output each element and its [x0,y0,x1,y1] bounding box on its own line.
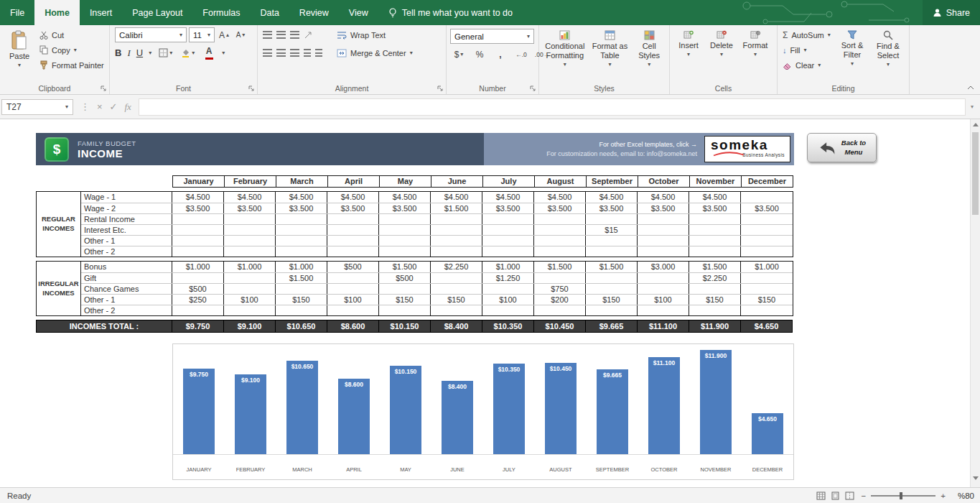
wrap-text-button[interactable]: Wrap Text [334,27,416,42]
chart-bar[interactable]: $10.350 [493,364,525,454]
clear-button[interactable]: Clear ▾ [780,57,834,73]
total-value-cell[interactable]: $9.750 [172,320,224,333]
month-header-cell[interactable]: September [586,175,638,188]
font-size-select[interactable]: 11 ▾ [189,27,215,42]
value-cell[interactable] [224,236,276,246]
value-cell[interactable] [689,284,741,294]
value-cell[interactable]: $1.500 [276,273,327,283]
worksheet[interactable]: $ FAMILY BUDGET INCOME For other Excel t… [0,119,980,487]
chart-bar[interactable]: $8.400 [442,381,473,454]
value-cell[interactable] [741,305,793,315]
chart-bar[interactable]: $11.900 [700,350,732,454]
tab-page-layout[interactable]: Page Layout [122,0,192,25]
decrease-indent-icon[interactable] [304,49,311,57]
value-cell[interactable]: $4.500 [327,192,379,203]
income-item-label[interactable]: Gift [81,273,172,283]
value-cell[interactable]: $3.500 [638,203,689,213]
income-item-label[interactable]: Interest Etc. [81,225,172,235]
total-value-cell[interactable]: $10.650 [276,320,327,333]
increase-indent-icon[interactable] [315,49,322,57]
value-cell[interactable]: $150 [689,295,741,305]
value-cell[interactable]: $750 [534,284,586,294]
scrollbar-thumb[interactable] [972,132,979,215]
value-cell[interactable]: $200 [534,295,586,305]
value-cell[interactable]: $3.500 [276,203,327,213]
tab-review[interactable]: Review [289,0,339,25]
value-cell[interactable] [534,273,586,283]
value-cell[interactable]: $500 [327,262,379,272]
accounting-format-button[interactable]: $▾ [452,47,466,62]
value-cell[interactable] [224,225,276,235]
value-cell[interactable] [638,246,689,257]
value-cell[interactable] [689,246,741,257]
tab-file[interactable]: File [0,0,34,25]
value-cell[interactable] [172,273,224,283]
income-item-label[interactable]: Chance Games [81,284,172,294]
comma-style-button[interactable]: , [493,47,508,62]
merge-center-button[interactable]: Merge & Center ▾ [334,45,416,60]
income-item-label[interactable]: Wage - 2 [81,203,172,213]
cell-styles-button[interactable]: Cell Styles ▾ [631,27,667,80]
value-cell[interactable]: $150 [586,295,638,305]
value-cell[interactable] [741,225,793,235]
zoom-out-button[interactable]: − [862,492,867,500]
align-center-icon[interactable] [276,49,286,57]
chart-bar[interactable]: $4.650 [752,413,783,454]
italic-button[interactable]: I [127,47,130,59]
month-header-cell[interactable]: April [327,175,380,188]
value-cell[interactable]: $3.500 [741,203,793,213]
scroll-up-arrow-icon[interactable] [973,123,979,126]
value-cell[interactable]: $100 [638,295,689,305]
value-cell[interactable]: $1.500 [534,262,586,272]
month-header-cell[interactable]: July [482,175,535,188]
underline-button[interactable]: U [136,47,143,58]
value-cell[interactable]: $500 [172,284,224,294]
value-cell[interactable] [638,225,689,235]
value-cell[interactable] [172,214,224,224]
value-cell[interactable]: $3.500 [224,203,276,213]
zoom-in-button[interactable]: + [941,492,946,500]
value-cell[interactable] [482,236,534,246]
increase-decimal-button[interactable]: ←.0 [514,47,528,62]
total-value-cell[interactable]: $10.150 [379,320,431,333]
normal-view-button[interactable] [816,492,826,500]
value-cell[interactable] [638,305,689,315]
value-cell[interactable]: $3.500 [586,203,638,213]
value-cell[interactable] [327,214,379,224]
value-cell[interactable] [431,236,482,246]
value-cell[interactable]: $3.500 [379,203,431,213]
value-cell[interactable] [741,214,793,224]
total-value-cell[interactable]: $11.100 [638,320,689,333]
share-button[interactable]: Share [923,0,980,25]
chart-bar[interactable]: $10.450 [545,363,577,454]
total-value-cell[interactable]: $10.450 [534,320,586,333]
number-dialog-launcher[interactable] [530,86,536,91]
month-header-cell[interactable]: January [172,175,225,188]
value-cell[interactable] [482,305,534,315]
value-cell[interactable] [172,246,224,257]
copy-button[interactable]: Copy ▾ [37,42,107,57]
income-item-label[interactable]: Other - 1 [81,236,172,246]
back-to-menu-button[interactable]: Back to Menu [807,133,877,162]
value-cell[interactable] [689,305,741,315]
income-item-label[interactable]: Rental Income [81,214,172,224]
value-cell[interactable] [327,225,379,235]
value-cell[interactable] [482,284,534,294]
income-item-label[interactable]: Other - 1 [81,295,172,305]
value-cell[interactable] [689,225,741,235]
autosum-button[interactable]: Σ AutoSum ▾ [780,27,834,42]
delete-cells-button[interactable]: Delete ▾ [705,27,738,80]
value-cell[interactable]: $1.250 [482,273,534,283]
value-cell[interactable] [276,214,327,224]
chart-bar[interactable]: $9.750 [183,369,215,454]
value-cell[interactable] [327,305,379,315]
value-cell[interactable] [586,305,638,315]
tab-insert[interactable]: Insert [80,0,122,25]
month-header-cell[interactable]: June [431,175,483,188]
cut-button[interactable]: Cut [37,27,107,42]
value-cell[interactable] [741,273,793,283]
formula-bar-expand-icon[interactable]: ▾ [966,98,979,116]
number-format-select[interactable]: General ▾ [450,29,534,44]
font-name-select[interactable]: Calibri ▾ [115,27,187,42]
format-cells-button[interactable]: Format ▾ [738,27,773,80]
